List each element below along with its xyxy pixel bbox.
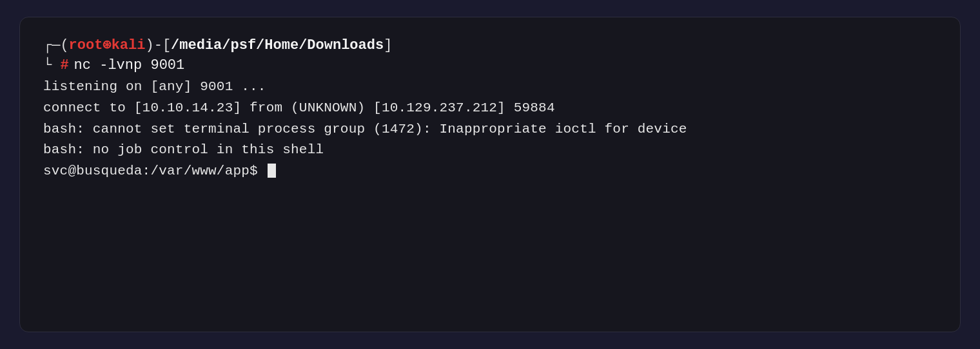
- output-line-3: bash: cannot set terminal process group …: [43, 119, 937, 140]
- prompt-line-2: # nc -lvnp 9001: [60, 55, 392, 75]
- output-line-1: listening on [any] 9001 ...: [43, 77, 937, 98]
- output-line-5: svc@busqueda:/var/www/app$: [43, 161, 937, 182]
- output-line-4: bash: no job control in this shell: [43, 140, 937, 161]
- prompt-hash: #: [60, 55, 68, 75]
- prompt-skull: ⊛: [103, 37, 111, 53]
- prompt-host: kali: [112, 37, 146, 53]
- prompt-user: root: [69, 37, 103, 53]
- terminal-window: ┌— └ (root⊛kali)-[/media/psf/Home/Downlo…: [19, 17, 961, 332]
- prompt-path: /media/psf/Home/Downloads: [171, 37, 384, 53]
- output-line-2: connect to [10.10.14.23] from (UNKNOWN) …: [43, 98, 937, 119]
- prompt-command: nc -lvnp 9001: [74, 55, 185, 75]
- terminal-cursor: [268, 164, 276, 178]
- prompt-header-area: ┌— └ (root⊛kali)-[/media/psf/Home/Downlo…: [43, 35, 937, 75]
- bracket-top-left: ┌—: [43, 35, 60, 55]
- prompt-line-1: (root⊛kali)-[/media/psf/Home/Downloads]: [60, 35, 392, 55]
- bracket-bottom-left: └: [43, 55, 60, 75]
